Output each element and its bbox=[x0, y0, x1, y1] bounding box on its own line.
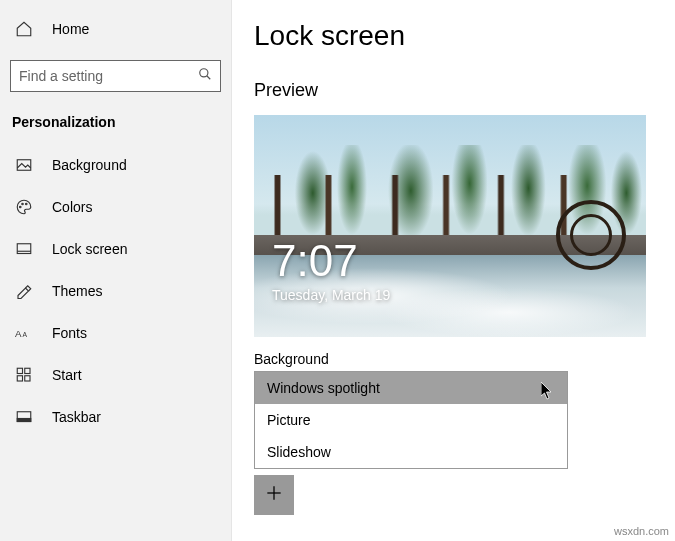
sidebar-item-taskbar[interactable]: Taskbar bbox=[0, 396, 231, 438]
lock-screen-preview: 7:07 Tuesday, March 19 bbox=[254, 115, 646, 337]
search-icon bbox=[198, 67, 212, 85]
dropdown-option-label: Slideshow bbox=[267, 444, 331, 460]
dropdown-option-label: Picture bbox=[267, 412, 311, 428]
svg-point-5 bbox=[26, 203, 28, 205]
palette-icon bbox=[14, 197, 34, 217]
home-icon bbox=[14, 19, 34, 39]
dropdown-option-label: Windows spotlight bbox=[267, 380, 380, 396]
svg-point-0 bbox=[200, 69, 208, 77]
clock-time: 7:07 bbox=[272, 239, 390, 283]
start-icon bbox=[14, 365, 34, 385]
clock-date: Tuesday, March 19 bbox=[272, 287, 390, 303]
sidebar: Home Personalization Background C bbox=[0, 0, 232, 541]
taskbar-icon bbox=[14, 407, 34, 427]
sidebar-item-label: Fonts bbox=[52, 325, 87, 341]
background-label: Background bbox=[254, 351, 675, 367]
cursor-icon bbox=[541, 382, 553, 400]
preview-clock: 7:07 Tuesday, March 19 bbox=[272, 239, 390, 303]
search-input[interactable] bbox=[19, 68, 198, 84]
sidebar-item-themes[interactable]: Themes bbox=[0, 270, 231, 312]
sidebar-item-label: Themes bbox=[52, 283, 103, 299]
sidebar-item-lock-screen[interactable]: Lock screen bbox=[0, 228, 231, 270]
home-nav[interactable]: Home bbox=[0, 8, 231, 50]
svg-rect-11 bbox=[25, 368, 30, 373]
svg-rect-13 bbox=[25, 376, 30, 381]
svg-point-3 bbox=[20, 206, 22, 208]
sidebar-item-label: Background bbox=[52, 157, 127, 173]
sidebar-item-label: Lock screen bbox=[52, 241, 127, 257]
image-icon bbox=[14, 155, 34, 175]
search-box[interactable] bbox=[10, 60, 221, 92]
sidebar-item-label: Taskbar bbox=[52, 409, 101, 425]
add-button[interactable] bbox=[254, 475, 294, 515]
sidebar-item-colors[interactable]: Colors bbox=[0, 186, 231, 228]
main-content: Lock screen Preview 7:07 Tuesday, March … bbox=[232, 0, 675, 541]
preview-label: Preview bbox=[254, 80, 675, 101]
search-wrap bbox=[0, 50, 231, 104]
svg-rect-10 bbox=[17, 368, 22, 373]
attribution: wsxdn.com bbox=[614, 525, 669, 537]
svg-rect-6 bbox=[17, 244, 31, 254]
svg-text:A: A bbox=[15, 328, 22, 339]
background-dropdown[interactable]: Windows spotlight Picture Slideshow bbox=[254, 371, 568, 469]
sidebar-item-fonts[interactable]: AA Fonts bbox=[0, 312, 231, 354]
svg-rect-15 bbox=[17, 419, 31, 422]
sidebar-item-start[interactable]: Start bbox=[0, 354, 231, 396]
sidebar-item-label: Start bbox=[52, 367, 82, 383]
lock-screen-icon bbox=[14, 239, 34, 259]
plus-icon bbox=[264, 483, 284, 507]
svg-line-1 bbox=[207, 76, 211, 80]
sidebar-item-background[interactable]: Background bbox=[0, 144, 231, 186]
dropdown-option-spotlight[interactable]: Windows spotlight bbox=[255, 372, 567, 404]
dropdown-option-slideshow[interactable]: Slideshow bbox=[255, 436, 567, 468]
page-title: Lock screen bbox=[254, 20, 675, 52]
sidebar-item-label: Colors bbox=[52, 199, 92, 215]
fonts-icon: AA bbox=[14, 323, 34, 343]
svg-rect-12 bbox=[17, 376, 22, 381]
svg-point-4 bbox=[22, 203, 24, 205]
svg-text:A: A bbox=[23, 331, 28, 338]
themes-icon bbox=[14, 281, 34, 301]
home-label: Home bbox=[52, 21, 89, 37]
dropdown-option-picture[interactable]: Picture bbox=[255, 404, 567, 436]
category-label: Personalization bbox=[0, 104, 231, 144]
